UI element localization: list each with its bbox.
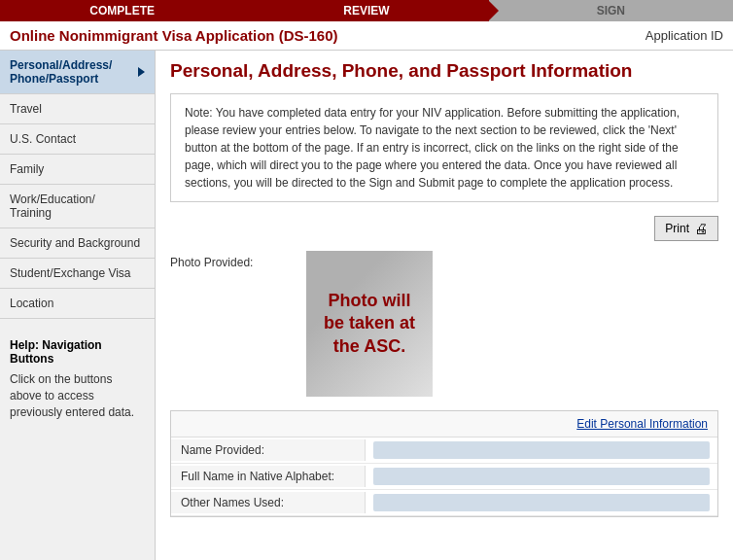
- section-header-row: Edit Personal Information: [171, 411, 717, 438]
- other-names-row: Other Names Used:: [171, 490, 717, 516]
- step-review-arrow: [488, 0, 499, 21]
- sidebar-item-personal-address[interactable]: Personal/Address/Phone/Passport: [0, 51, 155, 94]
- name-value: [373, 441, 710, 459]
- photo-placeholder: Photo will be taken at the ASC.: [306, 251, 433, 397]
- sidebar-help: Help: Navigation Buttons Click on the bu…: [0, 329, 155, 430]
- application-id-label: Application ID: [646, 28, 723, 43]
- note-text: Note: You have completed data entry for …: [185, 106, 680, 190]
- sidebar-item-student-exchange[interactable]: Student/Exchange Visa: [0, 259, 155, 289]
- name-row: Name Provided:: [171, 438, 717, 464]
- name-label: Name Provided:: [171, 439, 366, 461]
- help-label: Help: Navigation Buttons: [10, 338, 145, 366]
- step-sign[interactable]: SIGN: [489, 0, 733, 21]
- native-name-label: Full Name in Native Alphabet:: [171, 466, 366, 487]
- native-name-row: Full Name in Native Alphabet:: [171, 464, 717, 490]
- sidebar-item-family-label: Family: [10, 162, 44, 176]
- photo-row: Photo Provided: Photo will be taken at t…: [170, 251, 718, 397]
- main-layout: Personal/Address/Phone/Passport Travel U…: [0, 51, 733, 560]
- print-label: Print: [665, 222, 689, 235]
- print-area: Print 🖨: [170, 216, 718, 241]
- app-title: Online Nonimmigrant Visa Application (DS…: [10, 27, 338, 44]
- printer-icon: 🖨: [694, 221, 708, 236]
- sidebar-item-work-education[interactable]: Work/Education/Training: [0, 185, 155, 228]
- sidebar-item-location-label: Location: [10, 297, 53, 310]
- sidebar-item-us-contact-label: U.S. Contact: [10, 132, 76, 146]
- sidebar-item-security-label: Security and Background: [10, 236, 140, 250]
- sidebar-item-family[interactable]: Family: [0, 155, 155, 185]
- sidebar-arrow-personal: [138, 67, 145, 77]
- sidebar-item-us-contact[interactable]: U.S. Contact: [0, 124, 155, 155]
- edit-personal-link[interactable]: Edit Personal Information: [576, 417, 708, 431]
- step-sign-label: SIGN: [597, 4, 625, 18]
- sidebar-item-student-label: Student/Exchange Visa: [10, 266, 131, 280]
- help-description: Click on the buttons above to access pre…: [10, 371, 145, 420]
- personal-info-section: Edit Personal Information Name Provided:…: [170, 410, 718, 517]
- sidebar: Personal/Address/Phone/Passport Travel U…: [0, 51, 156, 560]
- progress-bar: COMPLETE REVIEW SIGN: [0, 0, 733, 21]
- page-title: Personal, Address, Phone, and Passport I…: [170, 60, 718, 82]
- step-review-label: REVIEW: [343, 4, 389, 18]
- sidebar-item-travel-label: Travel: [10, 102, 42, 116]
- step-complete[interactable]: COMPLETE: [0, 0, 244, 21]
- step-review[interactable]: REVIEW: [244, 0, 488, 21]
- sidebar-item-security-background[interactable]: Security and Background: [0, 228, 155, 259]
- sidebar-item-work-education-label: Work/Education/Training: [10, 192, 95, 220]
- photo-text: Photo will be taken at the ASC.: [316, 290, 423, 358]
- native-name-value: [373, 468, 710, 485]
- header: Online Nonimmigrant Visa Application (DS…: [0, 21, 733, 51]
- step-complete-arrow: [243, 0, 254, 21]
- other-names-value: [373, 494, 710, 511]
- step-complete-label: COMPLETE: [89, 4, 155, 18]
- sidebar-item-travel[interactable]: Travel: [0, 94, 155, 124]
- print-button[interactable]: Print 🖨: [654, 216, 718, 241]
- note-box: Note: You have completed data entry for …: [170, 93, 718, 202]
- other-names-label: Other Names Used:: [171, 492, 366, 513]
- content-area: Personal, Address, Phone, and Passport I…: [156, 51, 733, 560]
- sidebar-item-location[interactable]: Location: [0, 289, 155, 319]
- sidebar-item-personal-label: Personal/Address/Phone/Passport: [10, 58, 112, 86]
- help-text: Help:: [10, 338, 42, 352]
- photo-label: Photo Provided:: [170, 251, 287, 269]
